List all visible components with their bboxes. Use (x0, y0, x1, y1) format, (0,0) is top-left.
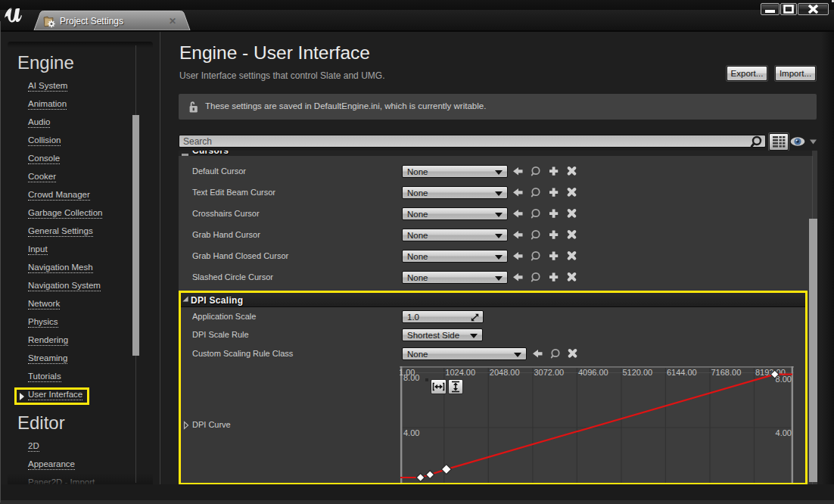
svg-text:3072.00: 3072.00 (534, 368, 564, 377)
svg-text:4.00: 4.00 (403, 428, 419, 437)
svg-text:6144.00: 6144.00 (667, 368, 697, 377)
svg-text:7168.00: 7168.00 (711, 368, 742, 377)
svg-text:4.00: 4.00 (776, 428, 792, 437)
svg-text:5120.00: 5120.00 (622, 368, 652, 377)
svg-text:8.00: 8.00 (403, 373, 419, 382)
svg-text:1024.00: 1024.00 (445, 368, 475, 377)
svg-text:4096.00: 4096.00 (578, 368, 608, 377)
svg-text:2048.00: 2048.00 (490, 368, 520, 377)
